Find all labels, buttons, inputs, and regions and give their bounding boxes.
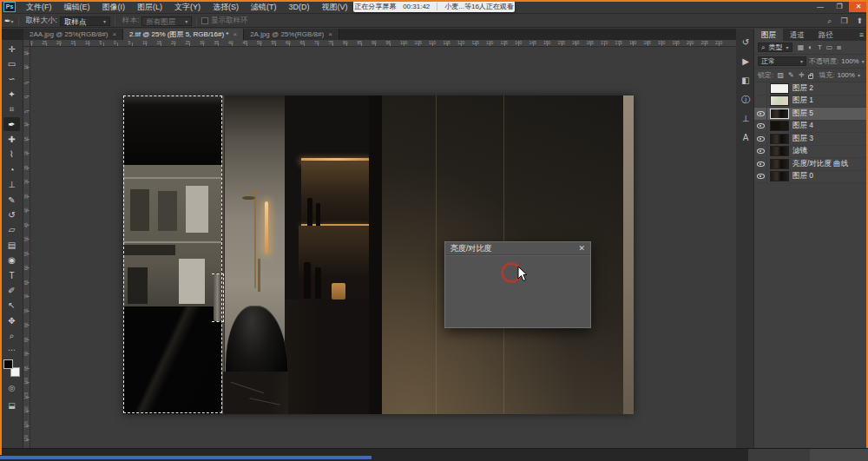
layer-thumbnail[interactable] [770,83,789,94]
brush-tool[interactable]: ✎ [3,193,20,207]
taskbar-segment[interactable] [748,449,810,461]
ruler-corner[interactable] [23,40,30,47]
spot-healing-tool[interactable]: ✚ [3,132,20,146]
red-eye-tool[interactable]: ◔ [3,162,20,176]
filter-smart-icon[interactable]: ⧈ [835,43,844,52]
visibility-toggle[interactable] [754,121,767,133]
marquee-tool[interactable]: ▭ [3,56,20,70]
layer-thumbnail[interactable] [770,146,789,156]
visibility-toggle[interactable] [754,158,767,170]
taskbar-segment[interactable] [810,449,868,461]
selection-notch[interactable] [212,273,224,322]
visibility-toggle[interactable] [754,95,767,108]
more-tools-icon[interactable]: ⋯ [3,346,20,354]
document-tab[interactable]: 2A.jpg @ 25%(RGB/8#)× [244,29,339,40]
menu-item-3D(D)[interactable]: 3D(D) [283,0,316,14]
filter-shape-icon[interactable]: ▭ [825,43,834,52]
clone-stamp-tool[interactable]: ⊥ [3,178,20,192]
type-tool[interactable]: T [3,268,20,282]
minimize-button[interactable]: — [811,0,830,12]
menu-item-选择(S)[interactable]: 选择(S) [207,0,245,14]
tab-close-icon[interactable]: × [233,30,237,38]
active-tool-icon[interactable]: ✒ [4,16,11,25]
lock-transparent-icon[interactable]: ▨ [776,71,785,79]
info-panel-icon[interactable]: ⓘ [739,93,753,106]
layer-row[interactable]: 图层 0 [754,171,868,184]
layer-thumbnail[interactable] [770,159,789,169]
visibility-toggle[interactable] [754,146,767,158]
visibility-toggle[interactable] [754,108,767,120]
layer-row[interactable]: 图层 2 [754,82,868,95]
zoom-tool[interactable]: ⌕ [3,329,20,343]
hand-tool[interactable]: ✥ [3,313,20,327]
character-panel-icon[interactable]: A [739,131,753,144]
layer-row[interactable]: 图层 4 [754,121,868,134]
blend-mode-select[interactable]: 正常▾ [758,56,806,66]
filter-type-select[interactable]: ⌕ 类型 ▾ [758,43,792,52]
visibility-toggle[interactable] [754,171,767,183]
layer-thumbnail[interactable] [770,171,789,181]
history-panel-icon[interactable]: ↺ [739,36,753,49]
lock-position-icon[interactable]: ✛ [797,71,806,79]
dialog-close-icon[interactable]: ✕ [578,244,585,253]
dodge-tool[interactable]: ◉ [3,254,20,267]
adjustments-panel-icon[interactable]: ◧ [739,74,753,87]
close-button[interactable]: ✕ [849,0,868,12]
fill-value[interactable]: 100% [837,71,854,79]
layer-row[interactable]: 图层 3 [754,133,868,146]
canvas-pasteboard[interactable] [30,47,736,448]
menu-item-文件(F)[interactable]: 文件(F) [20,0,58,14]
tool-preset-caret-icon[interactable]: ▾ [11,18,14,24]
chevron-down-icon[interactable]: ▾ [858,72,860,78]
visibility-toggle[interactable] [754,82,767,95]
tab-close-icon[interactable]: × [112,30,116,38]
panel-tab-通道[interactable]: 通道 [783,29,812,41]
selection-marching-ants[interactable] [123,95,222,413]
document-tab[interactable]: 2AA.jpg @ 25%(RGB/8#)× [23,29,123,40]
menu-item-文字(Y)[interactable]: 文字(Y) [168,0,207,14]
visibility-toggle[interactable] [754,133,767,145]
lasso-tool[interactable]: ∽ [3,72,20,86]
document-tab[interactable]: 2.tif @ 25% (图层 5, RGB/16#) *× [123,29,244,40]
filter-pixel-icon[interactable]: ▦ [797,43,806,52]
move-tool[interactable]: ✛ [3,42,20,56]
menu-item-视图(V)[interactable]: 视图(V) [316,0,354,14]
quick-mask-button[interactable]: ◎ [3,384,20,392]
menu-item-编辑(E)[interactable]: 编辑(E) [58,0,96,14]
menu-item-滤镜(T)[interactable]: 滤镜(T) [245,0,283,14]
layer-thumbnail[interactable] [770,109,789,119]
search-icon[interactable]: ⌕ [827,16,832,26]
layer-thumbnail[interactable] [770,121,789,131]
tab-close-icon[interactable]: × [328,30,332,38]
clone-source-panel-icon[interactable]: ⊥ [739,112,753,125]
layer-thumbnail[interactable] [770,134,789,144]
filter-adjustment-icon[interactable]: ◐ [806,43,815,52]
eraser-tool[interactable]: ▱ [3,223,20,237]
left-ruler[interactable]: 1510505101520253035404550556065707580859… [23,47,30,448]
healing-brush-tool[interactable]: ⌇ [3,148,20,161]
foreground-color-swatch[interactable] [3,359,13,369]
layer-row[interactable]: 图层 1 [754,95,868,109]
filter-type-icon[interactable]: T [816,43,825,52]
restore-button[interactable]: ❐ [830,0,849,12]
eyedropper-tool[interactable]: ✒ [3,117,20,131]
screen-mode-button[interactable]: ⬓ [3,401,20,410]
panel-tab-图层[interactable]: 图层 [754,29,783,41]
dialog-title-bar[interactable]: 亮度/对比度 ✕ [445,242,590,255]
layer-thumbnail[interactable] [770,95,789,106]
workspace-icon[interactable]: ❒ [840,16,847,26]
chevron-down-icon[interactable]: ▾ [862,58,865,64]
opacity-value[interactable]: 100% [841,57,858,65]
layer-row[interactable]: 滤镜 [754,146,868,159]
layer-row[interactable]: 亮度/对比度 曲线 [754,158,868,171]
pen-tool[interactable]: ✐ [3,283,20,297]
menu-item-图层(L)[interactable]: 图层(L) [131,0,168,14]
crop-tool[interactable]: ⌗ [3,102,20,116]
top-ruler[interactable]: 3025201510505101520253035404550556065707… [23,40,736,47]
menu-item-图像(I)[interactable]: 图像(I) [96,0,132,14]
sample-size-select[interactable]: 取样点▾ [60,16,110,26]
actions-panel-icon[interactable]: ▶ [739,55,753,68]
lock-pixels-icon[interactable]: ✎ [786,71,795,79]
path-selection-tool[interactable]: ↖ [3,299,20,313]
history-brush-tool[interactable]: ↺ [3,207,20,221]
